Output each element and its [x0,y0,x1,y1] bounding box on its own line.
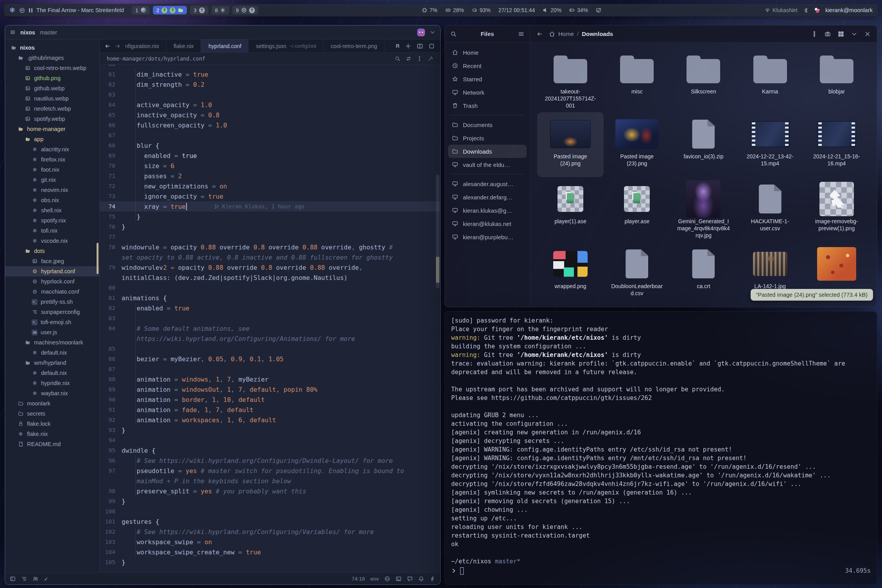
file-item-misc[interactable]: misc [604,47,670,112]
tab-cool-retro-term.png[interactable]: cool-retro-term.png [324,39,385,52]
tree-item-spotify.nix[interactable]: ❄spotify.nix [5,215,99,226]
file-item-2024-12-21_15-16-16.mp4[interactable]: 2024-12-21_15-16-16.mp4 [803,112,870,177]
sidebar-item-kieran-klukas-net[interactable]: kieran@klukas.net [448,217,527,230]
code-editor[interactable]: 6061 dim_inactive = true62 dim_strength … [100,65,440,573]
tree-item-github.webp[interactable]: github.webp [5,83,99,93]
file-item-2024-12-22_13-42-15.mp4[interactable]: 2024-12-22_13-42-15.mp4 [737,112,803,177]
workspace-2[interactable]: 2?? [153,6,187,14]
nav-back-icon[interactable] [104,43,111,49]
tree-item-cool-retro-term.webp[interactable]: cool-retro-term.webp [5,63,99,73]
tab-hyprland.conf[interactable]: hyprland.conf [201,39,249,52]
breadcrumb[interactable]: home-manager/dots/hyprland.conf [107,56,205,62]
tree-item-git.nix[interactable]: ❄git.nix [5,175,99,185]
new-tab-icon[interactable] [405,43,411,49]
chevron-down-icon[interactable] [430,29,436,35]
sidebar-item-recent[interactable]: Recent [448,59,527,72]
panel-scrollbar[interactable] [97,243,99,274]
assistant-icon[interactable] [407,576,413,582]
tree-item-obs.nix[interactable]: ❄obs.nix [5,195,99,205]
tree-item-user.js[interactable]: JSuser.js [5,327,99,337]
sidebar-item-projects[interactable]: Projects [448,131,527,145]
tree-item-home-manager[interactable]: home-manager [5,124,99,134]
tree-item-sunpaperconfig[interactable]: sunpaperconfig [5,307,99,317]
tree-item-default.nix[interactable]: ❄default.nix [5,368,99,378]
collab-icon[interactable] [32,576,38,582]
extensions-icon[interactable] [430,576,436,582]
sidebar-item-kieran-klukas-g-[interactable]: kieran.klukas@g… [448,204,527,217]
hamburger-menu-icon[interactable] [518,31,524,37]
file-item-DoubloonLeaderboard.csv[interactable]: DoubloonLeaderboard.csv [604,242,670,307]
file-item-Pasted image (24).png[interactable]: Pasted image (24).png [537,112,604,177]
sidebar-item-alexander-defarg-[interactable]: alexander.defarg… [448,190,527,204]
split-pane-icon[interactable] [417,43,423,49]
pause-icon[interactable] [29,8,32,13]
file-item-player(1).ase[interactable]: player(1).ase [537,177,604,242]
sidebar-item-alesander-august-[interactable]: alesander.august… [448,177,527,190]
tree-item-README.md[interactable]: README.md [5,439,99,449]
terminal-window[interactable]: [sudo] password for kierank:Place your f… [445,311,877,585]
workspace-1[interactable]: 1 [132,6,150,14]
sidebar-item-trash[interactable]: Trash [448,99,527,112]
nav-forward-icon[interactable] [115,43,121,49]
nixos-logo-icon[interactable]: ❄ [9,7,15,14]
tree-item-neovim.nix[interactable]: ❄neovim.nix [5,185,99,195]
file-item-wrapped.png[interactable]: wrapped.png [537,242,604,307]
tree-item-macchiato.conf[interactable]: ⚙macchiato.conf [5,287,99,297]
tree-item-firefox.nix[interactable]: ❄firefox.nix [5,154,99,165]
tab-configuration.nix[interactable]: configuration.nix [125,39,167,52]
tree-item-waybar.nix[interactable]: ❄waybar.nix [5,388,99,398]
avatar[interactable] [417,29,425,36]
sidebar-item-starred[interactable]: Starred [448,72,527,86]
inline-assist-icon[interactable] [428,56,433,61]
path-bar[interactable]: Home/ Downloads [549,30,613,37]
tab-settings.json[interactable]: settings.json~/.config/zed [249,39,323,52]
screenshot-icon[interactable] [825,31,831,37]
zoom-pane-icon[interactable] [428,43,435,49]
more-menu-icon[interactable] [811,31,817,37]
file-item-Karma[interactable]: Karma [737,47,803,112]
tree-item-vscode.nix[interactable]: ❄vscode.nix [5,236,99,246]
editor-scrollbar[interactable] [436,65,439,573]
tree-item-neofetch.webp[interactable]: neofetch.webp [5,104,99,114]
file-item-image-removebg-preview(1).png[interactable]: image-removebg-preview(1).png [803,177,870,242]
file-item-HACKATIME-1-user.csv[interactable]: HACKATIME-1-user.csv [737,177,803,242]
tree-item-hyprland.conf[interactable]: ⚙hyprland.conf [5,266,99,276]
cursor-mode-icon[interactable] [417,56,422,61]
tree-item-prettify-ss.sh[interactable]: >_prettify-ss.sh [5,297,99,307]
diagnostics-ok-icon[interactable]: ✓ [44,576,48,582]
outline-panel-icon[interactable] [21,576,27,582]
clock[interactable]: 27/12 00:51:44 [498,7,535,13]
file-item-player.ase[interactable]: player.ase [604,177,670,242]
file-item-Silkscreen[interactable]: Silkscreen [670,47,737,112]
tree-item-hypridle.nix[interactable]: ❄hypridle.nix [5,378,99,388]
tree-item-alacritty.nix[interactable]: ❄alacritty.nix [5,144,99,154]
view-options-icon[interactable] [851,31,857,37]
terminal-panel-icon[interactable] [396,576,402,582]
workspace-8[interactable]: 8 [212,6,229,14]
tree-item-app[interactable]: app [5,134,99,144]
search-icon[interactable] [395,56,400,61]
back-icon[interactable] [536,31,543,37]
file-item-Gemini_Generated_Image_4rqv8k4rqv8k4rqv.jpg[interactable]: Gemini_Generated_Image_4rqv8k4rqv8k4rqv.… [670,177,737,242]
project-panel-toggle-icon[interactable] [10,576,16,582]
menu-icon[interactable] [10,29,16,35]
tree-item-nautilus.webp[interactable]: nautilus.webp [5,93,99,104]
file-item-takeout-20241207T155714Z-001[interactable]: takeout-20241207T155714Z-001 [537,47,604,112]
tree-item-secrets[interactable]: secrets [5,409,99,419]
tree-item-tofi.nix[interactable]: ❄tofi.nix [5,226,99,236]
network-indicator[interactable]: KlukasNet [765,7,798,13]
tree-item-face.jpeg[interactable]: face.jpeg [5,256,99,266]
tree-item-shell.nix[interactable]: ❄shell.nix [5,205,99,215]
tree-item-machines/moonlark[interactable]: machines/moonlark [5,337,99,348]
file-item-blobjar[interactable]: blobjar [803,47,870,112]
close-icon[interactable] [864,31,871,37]
tray-icon[interactable] [814,7,820,13]
tree-item-dots[interactable]: dots [5,246,99,256]
copilot-icon[interactable] [384,576,390,582]
notifications-icon[interactable] [418,576,424,582]
tree-item-hyprlock.conf[interactable]: ⚙hyprlock.conf [5,276,99,287]
sidebar-item-kieran-purplebu-[interactable]: kieran@purplebu… [448,230,527,244]
sidebar-item-downloads[interactable]: Downloads [448,145,527,158]
idle-inhibitor[interactable] [596,7,601,13]
tree-item-default.nix[interactable]: ❄default.nix [5,348,99,358]
